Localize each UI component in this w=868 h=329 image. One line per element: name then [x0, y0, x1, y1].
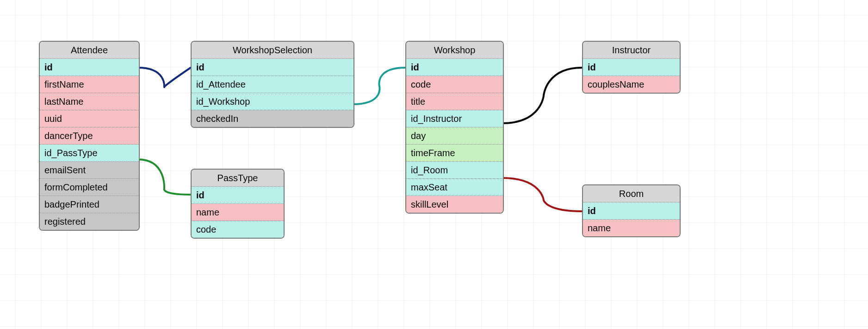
field-attendee-dancerType[interactable]: dancerType: [40, 127, 139, 145]
field-attendee-firstName[interactable]: firstName: [40, 76, 139, 93]
field-workshopSelection-id_Attendee[interactable]: id_Attendee: [192, 76, 353, 93]
field-workshopSelection-id_Workshop[interactable]: id_Workshop: [192, 93, 353, 110]
field-workshopSelection-id[interactable]: id: [192, 59, 353, 76]
field-workshop-id[interactable]: id: [406, 59, 503, 76]
field-room-name[interactable]: name: [583, 220, 680, 236]
field-attendee-emailSent[interactable]: emailSent: [40, 162, 139, 179]
workshop-idroom-to-room-id: [502, 178, 582, 211]
field-attendee-lastName[interactable]: lastName: [40, 93, 139, 110]
field-workshop-id_Room[interactable]: id_Room: [406, 162, 503, 179]
field-passType-name[interactable]: name: [192, 204, 284, 221]
field-instructor-couplesName[interactable]: couplesName: [583, 76, 680, 93]
field-workshop-skillLevel[interactable]: skillLevel: [406, 196, 503, 213]
entity-workshop[interactable]: Workshopidcodetitleid_InstructordaytimeF…: [405, 41, 504, 214]
entity-instructor[interactable]: InstructoridcouplesName: [582, 41, 681, 94]
entity-workshopSelection[interactable]: WorkshopSelectionidid_Attendeeid_Worksho…: [191, 41, 354, 128]
field-attendee-uuid[interactable]: uuid: [40, 110, 139, 127]
entity-title: Workshop: [406, 42, 503, 59]
workshopselection-idworkshop-to-workshop-id: [353, 68, 405, 104]
field-instructor-id[interactable]: id: [583, 59, 680, 76]
entity-title: Attendee: [40, 42, 139, 59]
entity-passType[interactable]: PassTypeidnamecode: [191, 169, 285, 239]
field-attendee-registered[interactable]: registered: [40, 213, 139, 230]
field-workshop-code[interactable]: code: [406, 76, 503, 93]
entity-title: Instructor: [583, 42, 680, 59]
field-attendee-id[interactable]: id: [40, 59, 139, 76]
field-workshop-title[interactable]: title: [406, 93, 503, 110]
field-workshop-day[interactable]: day: [406, 127, 503, 145]
field-attendee-formCompleted[interactable]: formCompleted: [40, 179, 139, 196]
field-passType-id[interactable]: id: [192, 187, 284, 204]
entity-room[interactable]: Roomidname: [582, 184, 681, 237]
workshop-idinstructor-to-instructor-id: [502, 68, 582, 123]
entity-title: WorkshopSelection: [192, 42, 353, 59]
field-attendee-id_PassType[interactable]: id_PassType: [40, 145, 139, 162]
entity-attendee[interactable]: AttendeeidfirstNamelastNameuuiddancerTyp…: [39, 41, 140, 231]
diagram-canvas[interactable]: AttendeeidfirstNamelastNameuuiddancerTyp…: [0, 0, 868, 329]
entity-title: Room: [583, 185, 680, 202]
attendee-id-to-workshopselection-id: [138, 68, 191, 87]
field-workshop-maxSeat[interactable]: maxSeat: [406, 179, 503, 196]
field-workshopSelection-checkedIn[interactable]: checkedIn: [192, 110, 353, 127]
entity-title: PassType: [192, 170, 284, 187]
field-workshop-timeFrame[interactable]: timeFrame: [406, 145, 503, 162]
field-attendee-badgePrinted[interactable]: badgePrinted: [40, 196, 139, 213]
field-workshop-id_Instructor[interactable]: id_Instructor: [406, 110, 503, 127]
field-room-id[interactable]: id: [583, 202, 680, 220]
field-passType-code[interactable]: code: [192, 221, 284, 238]
attendee-passtype-to-passtype-id: [138, 159, 191, 195]
